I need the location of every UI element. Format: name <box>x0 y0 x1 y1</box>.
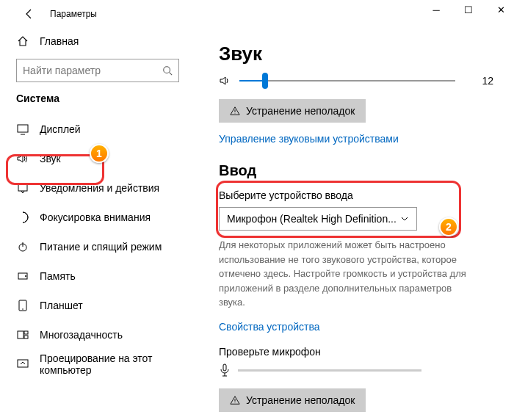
sidebar-item-label: Проецирование на этот компьютер <box>40 352 198 376</box>
page-title: Звук <box>219 43 493 65</box>
svg-rect-2 <box>18 184 27 191</box>
troubleshoot-output-button[interactable]: Устранение неполадок <box>219 99 366 123</box>
sidebar-item-label: Уведомления и действия <box>40 182 159 194</box>
manage-output-link[interactable]: Управление звуковыми устройствами <box>219 133 399 145</box>
display-icon <box>16 123 29 136</box>
sidebar-item-label: Дисплей <box>40 123 81 135</box>
search-placeholder: Найти параметр <box>23 65 101 76</box>
sidebar-item-label: Многозадачность <box>40 329 123 341</box>
sidebar-item-tablet[interactable]: Планшет <box>16 291 198 320</box>
svg-rect-11 <box>18 360 28 367</box>
sidebar-item-label: Фокусировка внимания <box>40 211 151 223</box>
svg-rect-12 <box>223 364 226 371</box>
troubleshoot-input-button[interactable]: Устранение неполадок <box>219 388 366 412</box>
choose-input-label: Выберите устройство ввода <box>219 189 493 201</box>
minimize-button[interactable]: ─ <box>429 4 444 15</box>
svg-point-7 <box>22 308 23 310</box>
svg-rect-8 <box>18 331 23 338</box>
sidebar-item-display[interactable]: Дисплей <box>16 115 198 144</box>
mic-level-bar <box>238 369 421 372</box>
close-button[interactable]: ✕ <box>493 4 508 15</box>
home-icon <box>16 35 29 48</box>
sidebar-item-label: Планшет <box>40 300 83 311</box>
sidebar-item-project[interactable]: Проецирование на этот компьютер <box>16 350 198 379</box>
sidebar-header: Система <box>16 93 198 104</box>
sidebar-item-label: Звук <box>40 153 61 164</box>
svg-point-0 <box>164 67 170 73</box>
power-icon <box>16 240 29 253</box>
test-mic-label: Проверьте микрофон <box>219 346 493 358</box>
sidebar-item-multitask[interactable]: Многозадачность <box>16 320 198 350</box>
input-section-title: Ввод <box>219 162 493 179</box>
sidebar-item-label: Память <box>40 270 76 282</box>
maximize-button[interactable]: ☐ <box>461 4 476 15</box>
warning-icon <box>230 106 240 116</box>
input-device-dropdown[interactable]: Микрофон (Realtek High Definition... <box>219 207 417 231</box>
main-content: Звук 12 Устранение неполадок Управление … <box>198 28 514 420</box>
volume-icon <box>219 75 232 87</box>
input-description: Для некоторых приложений может быть наст… <box>219 238 468 310</box>
annotation-badge-1: 1 <box>90 144 109 163</box>
focus-icon <box>16 211 29 224</box>
device-properties-link[interactable]: Свойства устройства <box>219 321 320 333</box>
tablet-icon <box>16 299 29 312</box>
multitask-icon <box>16 328 29 341</box>
search-input[interactable]: Найти параметр <box>16 59 179 82</box>
svg-rect-9 <box>24 331 28 334</box>
sidebar-item-focus[interactable]: Фокусировка внимания <box>16 203 198 232</box>
sidebar-item-storage[interactable]: Память <box>16 261 198 291</box>
sidebar-home[interactable]: Главная <box>16 28 198 54</box>
notification-icon <box>16 181 29 195</box>
warning-icon <box>230 395 240 405</box>
svg-rect-1 <box>18 125 28 132</box>
svg-point-5 <box>25 275 26 277</box>
sidebar-item-label: Питание и спящий режим <box>40 241 162 253</box>
dropdown-value: Микрофон (Realtek High Definition... <box>227 213 397 225</box>
svg-rect-10 <box>24 336 28 338</box>
project-icon <box>16 358 29 371</box>
sidebar-item-power[interactable]: Питание и спящий режим <box>16 232 198 261</box>
sidebar: Главная Найти параметр Система Дисплей З… <box>0 28 198 420</box>
volume-slider[interactable] <box>239 73 455 89</box>
window-title: Параметры <box>50 9 97 19</box>
search-icon <box>162 65 173 76</box>
annotation-badge-2: 2 <box>439 217 458 236</box>
sidebar-home-label: Главная <box>40 35 79 47</box>
chevron-down-icon <box>400 214 409 223</box>
volume-value: 12 <box>476 75 493 87</box>
sound-icon <box>16 152 29 165</box>
storage-icon <box>16 269 29 283</box>
back-button[interactable] <box>19 4 40 24</box>
sidebar-item-notifications[interactable]: Уведомления и действия <box>16 173 198 203</box>
microphone-icon <box>219 363 231 378</box>
